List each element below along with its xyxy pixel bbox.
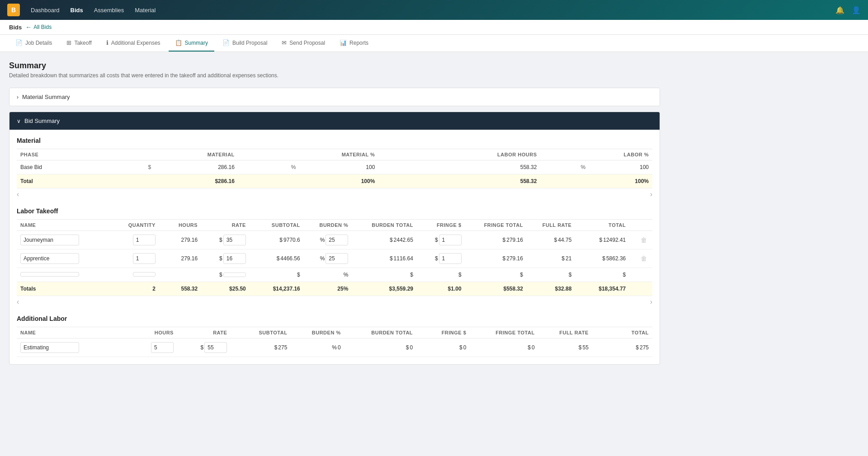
labor-totals-fringe: $1.00 xyxy=(417,282,465,296)
dollar-prefix-fringe-1: $ xyxy=(435,237,438,243)
nav-bids[interactable]: Bids xyxy=(71,5,83,15)
nav-material[interactable]: Material xyxy=(135,5,156,15)
scroll-right-icon[interactable]: › xyxy=(650,190,652,198)
dollar-prefix-rate-1: $ xyxy=(219,237,222,243)
back-arrow-icon: ← xyxy=(25,24,32,31)
journeyman-full-rate: 44.75 xyxy=(558,237,571,243)
empty-name-input[interactable] xyxy=(20,272,79,277)
total-labor-hours: 558.32 xyxy=(378,174,540,188)
journeyman-rate-input[interactable]: 35 xyxy=(223,235,246,245)
labor-scroll-left-icon[interactable]: ‹ xyxy=(17,298,19,306)
labor-takeoff-table: NAME QUANTITY HOURS RATE SUBTOTAL BURDEN… xyxy=(17,219,652,296)
dollar-prefix-rate-2: $ xyxy=(219,255,222,262)
tab-additional-expenses[interactable]: ℹ Additional Expenses xyxy=(100,35,167,52)
dollar-prefix-rate-3: $ xyxy=(219,272,222,278)
apprentice-quantity-input[interactable]: 1 xyxy=(133,253,156,264)
bid-summary-header[interactable]: ∨ Bid Summary xyxy=(9,112,660,130)
dollar-prefix-burden-1: $ xyxy=(390,237,393,243)
job-details-icon: 📄 xyxy=(15,39,23,46)
scroll-left-icon[interactable]: ‹ xyxy=(17,190,19,198)
bid-summary-body: Material PHASE MATERIAL MATERIAL % LABOR… xyxy=(9,137,660,364)
journeyman-name-input[interactable]: Journeyman xyxy=(20,235,79,245)
apprentice-rate-input[interactable]: 16 xyxy=(223,253,246,264)
apprentice-fringe-total: 279.16 xyxy=(506,255,523,262)
labor-row-empty: $ $ % xyxy=(17,268,652,282)
empty-quantity-input[interactable] xyxy=(133,272,156,277)
dollar-prefix-al-fringe: $ xyxy=(459,344,462,351)
col-phase: PHASE xyxy=(17,149,117,160)
labor-row-journeyman: Journeyman 1 279.16 $ 35 xyxy=(17,231,652,249)
nav-dashboard[interactable]: Dashboard xyxy=(31,5,60,15)
additional-labor-row-estimating: Estimating 5 $ 55 xyxy=(17,338,652,357)
page-description: Detailed breakdown that summarizes all c… xyxy=(9,72,660,79)
apprentice-name-input[interactable]: Apprentice xyxy=(20,253,79,264)
pct-prefix-burden-2: % xyxy=(320,255,325,262)
al-col-hours: HOURS xyxy=(124,327,177,338)
back-link[interactable]: ← All Bids xyxy=(25,24,52,31)
col-subtotal: SUBTOTAL xyxy=(250,220,304,231)
journeyman-fringe-input[interactable]: 1 xyxy=(439,235,462,245)
al-col-burden-total: BURDEN TOTAL xyxy=(344,327,416,338)
labor-totals-full-rate: $32.88 xyxy=(527,282,575,296)
journeyman-subtotal: 9770.6 xyxy=(283,237,300,243)
col-total: TOTAL xyxy=(575,220,629,231)
nav-assemblies[interactable]: Assemblies xyxy=(94,5,124,15)
total-material-pct: 100% xyxy=(238,174,379,188)
journeyman-delete-button[interactable]: 🗑 xyxy=(639,235,649,244)
col-rate: RATE xyxy=(201,220,250,231)
col-burden-total: BURDEN TOTAL xyxy=(352,220,417,231)
dollar-prefix-burden-3: $ xyxy=(410,272,413,278)
top-navigation: B Dashboard Bids Assemblies Material 🔔 👤 xyxy=(0,0,868,20)
estimating-fringe-total: 0 xyxy=(532,344,535,351)
journeyman-quantity-input[interactable]: 1 xyxy=(133,235,156,245)
material-table: PHASE MATERIAL MATERIAL % LABOR HOURS LA… xyxy=(17,149,652,188)
pct-icon-2: % xyxy=(580,164,585,170)
col-hours: HOURS xyxy=(159,220,201,231)
material-total-row: Total $286.16 100% 558.32 100% xyxy=(17,174,652,188)
tab-build-proposal[interactable]: 📄 Build Proposal xyxy=(216,35,274,52)
labor-totals-burden-pct: 25% xyxy=(304,282,352,296)
estimating-full-rate: 55 xyxy=(582,344,588,351)
estimating-burden-total: 0 xyxy=(410,344,413,351)
apprentice-total: 5862.36 xyxy=(606,255,626,262)
apprentice-delete-button[interactable]: 🗑 xyxy=(639,254,649,263)
estimating-hours-input[interactable]: 5 xyxy=(151,342,174,353)
journeyman-burden-total: 2442.65 xyxy=(394,237,413,243)
material-summary-header[interactable]: › Material Summary xyxy=(9,88,660,106)
journeyman-burden-pct-input[interactable]: 25 xyxy=(326,235,348,245)
col-name: NAME xyxy=(17,220,113,231)
tab-job-details[interactable]: 📄 Job Details xyxy=(9,35,58,52)
col-action xyxy=(629,220,652,231)
labor-scroll-right-icon[interactable]: › xyxy=(650,298,652,306)
estimating-name-input[interactable]: Estimating xyxy=(20,342,79,353)
pct-prefix-burden-1: % xyxy=(320,237,325,243)
notifications-icon[interactable]: 🔔 xyxy=(835,6,844,14)
col-labor-hours: LABOR HOURS xyxy=(378,149,540,160)
bid-summary-label: Bid Summary xyxy=(24,118,60,124)
estimating-rate-input[interactable]: 55 xyxy=(204,342,227,353)
tab-summary[interactable]: 📋 Summary xyxy=(169,35,214,52)
app-logo: B xyxy=(7,4,20,16)
estimating-fringe: 0 xyxy=(463,344,467,351)
apprentice-burden-pct-input[interactable]: 25 xyxy=(326,253,348,264)
labor-row-apprentice: Apprentice 1 279.16 $ 16 xyxy=(17,249,652,268)
tab-send-proposal[interactable]: ✉ Send Proposal xyxy=(275,35,331,52)
dollar-prefix-sub-3: $ xyxy=(297,272,300,278)
material-value: 286.16 xyxy=(156,160,238,174)
apprentice-fringe-input[interactable]: 1 xyxy=(439,253,462,264)
estimating-burden-pct: 0 xyxy=(338,344,341,351)
labor-totals-quantity: 2 xyxy=(113,282,159,296)
dollar-prefix-fullrate-3: $ xyxy=(569,272,572,278)
labor-totals-hours: 558.32 xyxy=(159,282,201,296)
empty-rate-input[interactable] xyxy=(223,273,246,277)
dollar-prefix-fullrate-1: $ xyxy=(554,237,557,243)
labor-scroll-hint: ‹ › xyxy=(17,296,652,308)
tab-takeoff[interactable]: ⊞ Takeoff xyxy=(60,35,98,52)
labor-totals-burden-total: $3,559.29 xyxy=(352,282,417,296)
tab-reports[interactable]: 📊 Reports xyxy=(333,35,375,52)
col-material-pct: MATERIAL % xyxy=(238,149,379,160)
al-col-subtotal: SUBTOTAL xyxy=(231,327,291,338)
pct-icon-1: % xyxy=(291,164,296,170)
tabs-bar: 📄 Job Details ⊞ Takeoff ℹ Additional Exp… xyxy=(0,35,868,52)
user-icon[interactable]: 👤 xyxy=(852,6,861,14)
